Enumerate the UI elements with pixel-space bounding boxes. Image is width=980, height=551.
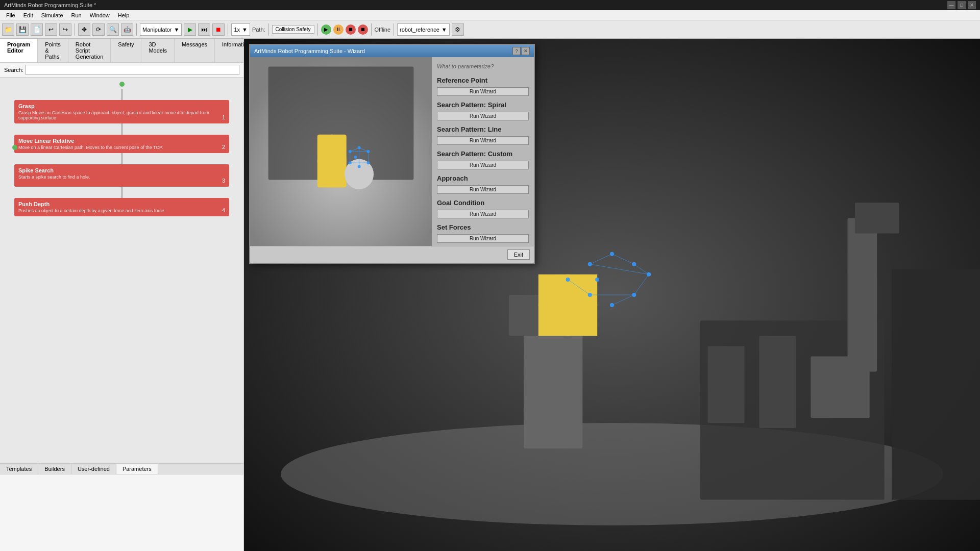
toolbar: 📁 💾 📄 ↩ ↪ ✥ ⟳ 🔍 🤖 Manipulator ▼ ▶ ⏭ ⏹ 1x… (0, 20, 980, 39)
debug-btn-stop[interactable]: ⏹ (346, 24, 356, 35)
wizard-footer: Exit (250, 246, 534, 263)
svg-rect-27 (892, 269, 980, 500)
minimize-btn[interactable]: — (947, 1, 955, 9)
block-indicator-green (12, 145, 17, 150)
viewport-bg: ArtMinds Robot Programming Suite - Wizar… (244, 39, 980, 551)
connector-0 (121, 89, 122, 100)
path-label: Path: (252, 27, 265, 33)
svg-rect-24 (707, 346, 744, 423)
move-linear-num: 2 (222, 144, 225, 150)
debug-btn-green[interactable]: ▶ (321, 24, 331, 35)
toolbar-sep-7 (394, 23, 394, 36)
prog-block-push-depth[interactable]: Push Depth Pushes an object to a certain… (14, 198, 229, 216)
robot-ref-dropdown[interactable]: robot_reference ▼ (397, 23, 450, 36)
search-bar: Search: (0, 63, 243, 78)
dropdown-arrow3: ▼ (442, 27, 447, 33)
wizard-scene (250, 57, 432, 246)
debug-btn-pause[interactable]: ⏸ (333, 24, 344, 35)
tab-messages[interactable]: Messages (175, 39, 215, 62)
toolbar-btn-open[interactable]: 📁 (2, 23, 14, 36)
toolbar-btn-move[interactable]: ✥ (78, 23, 90, 36)
connector-1 (121, 123, 122, 135)
tab-builders[interactable]: Builders (38, 464, 71, 474)
robot-ref-label: robot_reference (400, 27, 439, 33)
param-approach: Approach (437, 174, 529, 182)
toolbar-btn-settings[interactable]: ⚙ (452, 23, 464, 36)
toolbar-btn-stop[interactable]: ⏹ (212, 23, 225, 36)
run-wizard-btn-custom[interactable]: Run Wizard (437, 161, 529, 169)
connector-2 (121, 153, 122, 164)
toolbar-btn-zoom[interactable]: 🔍 (107, 23, 119, 36)
run-wizard-btn-forces[interactable]: Run Wizard (437, 234, 529, 243)
collision-label: Collision Safety (276, 27, 311, 32)
svg-rect-28 (847, 218, 877, 371)
prog-block-grasp[interactable]: Grasp Grasp Moves in Cartesian space to … (14, 100, 229, 123)
manipulator-dropdown[interactable]: Manipulator ▼ (140, 23, 182, 36)
wizard-close-btn[interactable]: ✕ (522, 47, 530, 55)
run-wizard-btn-line[interactable]: Run Wizard (437, 136, 529, 145)
svg-rect-33 (317, 135, 347, 188)
collision-safety: Collision Safety (272, 25, 314, 34)
param-search-line: Search Pattern: Line (437, 126, 529, 133)
svg-rect-2 (524, 320, 582, 448)
svg-rect-25 (759, 336, 796, 428)
param-goal-condition: Goal Condition (437, 199, 529, 207)
toolbar-btn-play[interactable]: ▶ (184, 23, 196, 36)
menu-simulate[interactable]: Simulate (37, 11, 67, 19)
menu-window[interactable]: Window (86, 11, 114, 19)
param-search-custom: Search Pattern: Custom (437, 150, 529, 158)
toolbar-sep-3 (228, 23, 228, 36)
toolbar-btn-robot[interactable]: 🤖 (121, 23, 133, 36)
param-reference-point: Reference Point (437, 77, 529, 84)
toolbar-btn-new[interactable]: 📄 (31, 23, 43, 36)
toolbar-btn-redo[interactable]: ↪ (59, 23, 71, 36)
tab-user-defined[interactable]: User-defined (71, 464, 116, 474)
svg-rect-5 (538, 274, 597, 336)
run-wizard-btn-reference[interactable]: Run Wizard (437, 87, 529, 96)
tab-parameters[interactable]: Parameters (116, 464, 158, 474)
prog-block-move-linear[interactable]: Move Linear Relative Move on a linear Ca… (14, 135, 229, 153)
exit-button[interactable]: Exit (507, 249, 530, 260)
search-input[interactable] (26, 65, 239, 75)
menu-help[interactable]: Help (114, 11, 134, 19)
run-wizard-btn-approach[interactable]: Run Wizard (437, 185, 529, 194)
tab-points-paths[interactable]: Points & Paths (38, 39, 68, 62)
speed-dropdown[interactable]: 1x ▼ (231, 23, 250, 36)
wizard-help-btn[interactable]: ? (512, 47, 521, 55)
toolbar-sep-4 (268, 23, 269, 36)
close-btn[interactable]: ✕ (968, 1, 976, 9)
wizard-robot-scene (250, 57, 432, 246)
toolbar-btn-undo[interactable]: ↩ (45, 23, 57, 36)
dropdown-arrow: ▼ (174, 27, 179, 33)
toolbar-sep-1 (75, 23, 75, 36)
program-list: Grasp Grasp Moves in Cartesian space to … (0, 78, 243, 463)
grasp-title: Grasp (18, 103, 225, 109)
prog-block-spike-search[interactable]: Spike Search Starts a spike search to fi… (14, 164, 229, 187)
toolbar-btn-step[interactable]: ⏭ (198, 23, 210, 36)
menu-file[interactable]: File (2, 11, 19, 19)
manipulator-label: Manipulator (142, 27, 172, 33)
tab-templates[interactable]: Templates (0, 464, 38, 474)
move-linear-title: Move Linear Relative (18, 138, 225, 144)
tab-safety[interactable]: Safety (111, 39, 141, 62)
tab-3d-models[interactable]: 3D Models (141, 39, 174, 62)
tab-program-editor[interactable]: Program Editor (0, 39, 38, 62)
run-wizard-btn-spiral[interactable]: Run Wizard (437, 112, 529, 120)
wizard-title: ArtMinds Robot Programming Suite - Wizar… (254, 48, 365, 54)
debug-btn-red[interactable]: ⏹ (358, 24, 368, 35)
menu-bar: File Edit Simulate Run Window Help (0, 10, 980, 20)
menu-edit[interactable]: Edit (19, 11, 37, 19)
connector-3 (121, 187, 122, 198)
speed-label: 1x (234, 27, 240, 33)
maximize-btn[interactable]: □ (958, 1, 966, 9)
push-depth-desc: Pushes an object to a certain depth by a… (18, 208, 225, 213)
tab-script-gen[interactable]: Robot Script Generation (68, 39, 111, 62)
toolbar-sep-5 (317, 23, 318, 36)
grasp-num: 1 (222, 114, 225, 120)
menu-run[interactable]: Run (67, 11, 86, 19)
spike-search-desc: Starts a spike search to find a hole. (18, 174, 225, 180)
run-wizard-btn-goal[interactable]: Run Wizard (437, 210, 529, 218)
title-bar: ArtMinds Robot Programming Suite * — □ ✕ (0, 0, 980, 10)
toolbar-btn-rotate[interactable]: ⟳ (92, 23, 105, 36)
toolbar-btn-save[interactable]: 💾 (16, 23, 29, 36)
